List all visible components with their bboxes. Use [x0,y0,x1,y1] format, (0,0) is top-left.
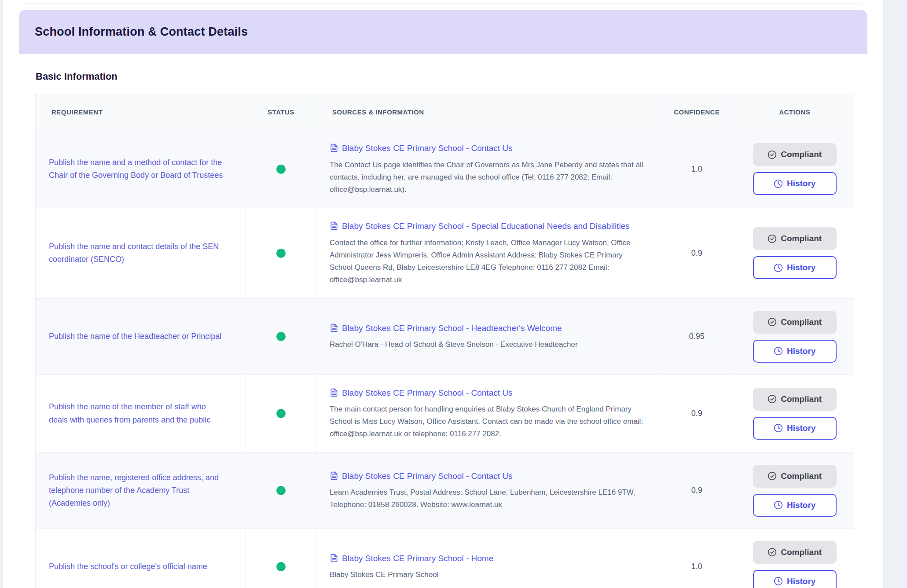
history-button[interactable]: History [753,494,837,517]
section-title: Basic Information [36,71,854,82]
source-link[interactable]: Blaby Stokes CE Primary School - Contact… [330,387,645,400]
table-row: Publish the name, registered office addr… [36,452,854,529]
source-link[interactable]: Blaby Stokes CE Primary School - Contact… [330,470,645,483]
file-text-icon [330,323,338,332]
requirement-text: Publish the name of the member of staff … [49,401,225,426]
col-header-actions: ACTIONS [735,94,854,130]
history-button[interactable]: History [753,417,837,440]
card-body: Basic Information REQUIREMENT STATUS SOU… [19,54,867,588]
history-button-label: History [787,263,815,272]
clock-icon [774,179,783,188]
check-circle-icon [767,317,777,327]
requirement-text: Publish the name and contact details of … [49,240,225,266]
confidence-value: 1.0 [658,529,735,588]
compliant-status-button[interactable]: Compliant [753,143,837,166]
compliant-status-button[interactable]: Compliant [753,541,837,564]
source-description: The main contact person for handling enq… [330,403,644,441]
check-circle-icon [767,471,777,481]
history-button-label: History [787,577,815,586]
col-header-requirement: REQUIREMENT [36,94,246,130]
file-text-icon [330,143,338,152]
col-header-confidence: CONFIDENCE [658,94,735,130]
file-text-icon [330,471,338,480]
actions-stack: Compliant History [749,465,841,517]
table-row: Publish the name and contact details of … [36,208,854,298]
confidence-value: 0.9 [658,452,735,529]
requirement-text: Publish the name and a method of contact… [49,156,225,182]
history-button[interactable]: History [753,256,837,279]
history-button-label: History [787,500,815,510]
compliant-button-label: Compliant [781,234,822,243]
requirement-text: Publish the school's or college's offici… [49,560,225,573]
compliant-status-button[interactable]: Compliant [753,388,837,411]
status-dot-compliant [276,486,286,495]
confidence-value: 0.9 [658,375,735,452]
clock-icon [774,423,783,433]
compliant-status-button[interactable]: Compliant [753,227,837,250]
table-row: Publish the name and a method of contact… [36,130,854,208]
actions-stack: Compliant History [749,388,841,440]
check-circle-icon [767,234,777,243]
requirement-text: Publish the name of the Headteacher or P… [49,330,225,343]
status-dot-compliant [276,249,286,258]
card-header: School Information & Contact Details [19,10,867,54]
top-divider [25,0,861,4]
compliant-button-label: Compliant [781,150,822,159]
status-dot-compliant [276,332,286,341]
source-description: The Contact Us page identifies the Chair… [330,159,644,196]
source-link[interactable]: Blaby Stokes CE Primary School - Contact… [330,142,645,155]
source-description: Blaby Stokes CE Primary School [330,569,644,581]
confidence-value: 1.0 [658,130,735,208]
source-link[interactable]: Blaby Stokes CE Primary School - Home [330,552,645,565]
confidence-value: 0.95 [658,298,735,375]
compliant-button-label: Compliant [781,394,822,404]
source-link-label: Blaby Stokes CE Primary School - Home [342,554,493,563]
source-link-label: Blaby Stokes CE Primary School - Contact… [342,471,513,481]
col-header-status: STATUS [246,94,316,130]
file-text-icon [330,388,338,397]
compliance-section-card: School Information & Contact Details Bas… [19,10,867,588]
compliant-status-button[interactable]: Compliant [753,465,837,488]
confidence-value: 0.9 [658,208,735,298]
source-link[interactable]: Blaby Stokes CE Primary School - Headtea… [330,322,645,335]
history-button[interactable]: History [753,172,837,195]
source-description: Contact the office for further informati… [330,237,644,287]
compliant-status-button[interactable]: Compliant [753,311,837,334]
table-header-row: REQUIREMENT STATUS SOURCES & INFORMATION… [36,94,854,130]
history-button-label: History [787,179,815,188]
source-link[interactable]: Blaby Stokes CE Primary School - Special… [330,220,645,233]
actions-stack: Compliant History [749,541,841,588]
compliant-button-label: Compliant [781,471,822,481]
status-dot-compliant [276,165,286,174]
file-text-icon [330,554,338,562]
status-dot-compliant [276,409,286,418]
source-link-label: Blaby Stokes CE Primary School - Contact… [342,388,513,397]
requirements-table: REQUIREMENT STATUS SOURCES & INFORMATION… [35,94,854,588]
actions-stack: Compliant History [749,311,841,363]
history-button-label: History [787,346,815,356]
source-description: Learn Academies Trust, Postal Address: S… [330,486,644,511]
clock-icon [774,263,783,272]
compliant-button-label: Compliant [781,548,822,557]
status-dot-compliant [276,562,286,571]
history-button[interactable]: History [753,570,837,588]
clock-icon [774,500,783,510]
table-row: Publish the name of the member of staff … [36,375,854,452]
content-panel: School Information & Contact Details Bas… [3,0,883,588]
source-link-label: Blaby Stokes CE Primary School - Special… [342,221,630,231]
source-link-label: Blaby Stokes CE Primary School - Contact… [342,143,513,153]
check-circle-icon [767,150,777,159]
clock-icon [774,577,783,586]
history-button[interactable]: History [753,340,837,363]
requirement-text: Publish the name, registered office addr… [49,471,225,510]
clock-icon [774,346,783,356]
table-row: Publish the name of the Headteacher or P… [36,298,854,375]
page-title: School Information & Contact Details [35,25,248,39]
col-header-sources: SOURCES & INFORMATION [316,94,658,130]
actions-stack: Compliant History [749,143,841,195]
history-button-label: History [787,423,815,433]
source-link-label: Blaby Stokes CE Primary School - Headtea… [342,323,562,333]
compliant-button-label: Compliant [781,317,822,327]
source-description: Rachel O'Hara - Head of School & Steve S… [330,338,644,351]
check-circle-icon [767,548,777,557]
